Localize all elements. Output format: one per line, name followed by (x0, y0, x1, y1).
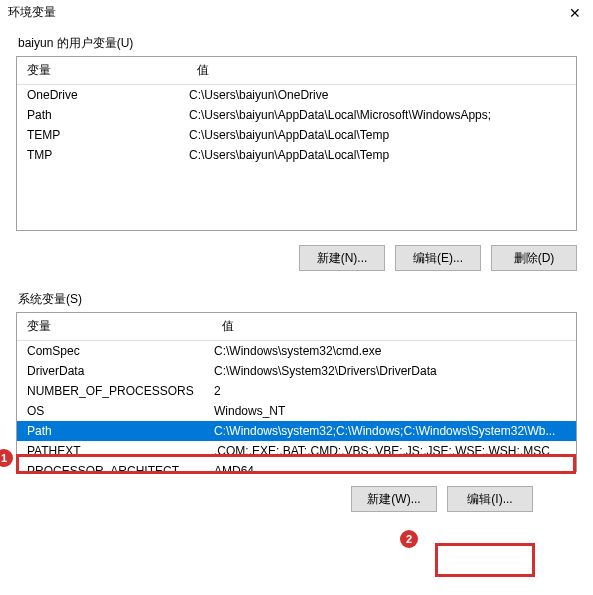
sys-vars-label: 系统变量(S) (0, 285, 593, 312)
cell-value: Windows_NT (212, 403, 576, 419)
user-vars-label: baiyun 的用户变量(U) (0, 29, 593, 56)
cell-value: .COM;.EXE;.BAT;.CMD;.VBS;.VBE;.JS;.JSE;.… (212, 443, 576, 459)
annotation-marker-2: 2 (400, 530, 418, 548)
table-row[interactable]: TEMPC:\Users\baiyun\AppData\Local\Temp (17, 125, 576, 145)
cell-value: C:\Windows\System32\Drivers\DriverData (212, 363, 576, 379)
user-vars-table: 变量 值 OneDriveC:\Users\baiyun\OneDrivePat… (16, 56, 577, 231)
sys-buttons-row: 新建(W)... 编辑(I)... (0, 478, 593, 526)
table-row[interactable]: DriverDataC:\Windows\System32\Drivers\Dr… (17, 361, 576, 381)
titlebar: 环境变量 ✕ (0, 0, 593, 29)
close-icon[interactable]: ✕ (565, 5, 585, 21)
cell-variable: OneDrive (17, 87, 187, 103)
cell-variable: ComSpec (17, 343, 212, 359)
table-row[interactable]: NUMBER_OF_PROCESSORS2 (17, 381, 576, 401)
window-title: 环境变量 (8, 4, 56, 21)
cell-value: C:\Windows\system32\cmd.exe (212, 343, 576, 359)
col-variable[interactable]: 变量 (17, 57, 187, 84)
annotation-box-2 (435, 543, 535, 577)
table-row[interactable]: PROCESSOR_ARCHITECT...AMD64 (17, 461, 576, 472)
user-edit-button[interactable]: 编辑(E)... (395, 245, 481, 271)
user-buttons-row: 新建(N)... 编辑(E)... 删除(D) (0, 237, 593, 285)
col-value[interactable]: 值 (212, 313, 576, 340)
cell-variable: Path (17, 107, 187, 123)
cell-value: 2 (212, 383, 576, 399)
cell-value: C:\Users\baiyun\AppData\Local\Temp (187, 127, 576, 143)
sys-edit-button[interactable]: 编辑(I)... (447, 486, 533, 512)
cell-value: AMD64 (212, 463, 576, 472)
cell-variable: TEMP (17, 127, 187, 143)
table-row[interactable]: ComSpecC:\Windows\system32\cmd.exe (17, 341, 576, 361)
cell-value: C:\Users\baiyun\OneDrive (187, 87, 576, 103)
cell-variable: Path (17, 423, 212, 439)
user-new-button[interactable]: 新建(N)... (299, 245, 385, 271)
cell-variable: TMP (17, 147, 187, 163)
cell-value: C:\Windows\system32;C:\Windows;C:\Window… (212, 423, 576, 439)
cell-variable: NUMBER_OF_PROCESSORS (17, 383, 212, 399)
table-row[interactable]: OSWindows_NT (17, 401, 576, 421)
table-row[interactable]: PATHEXT.COM;.EXE;.BAT;.CMD;.VBS;.VBE;.JS… (17, 441, 576, 461)
table-row[interactable]: PathC:\Users\baiyun\AppData\Local\Micros… (17, 105, 576, 125)
cell-value: C:\Users\baiyun\AppData\Local\Temp (187, 147, 576, 163)
table-row[interactable]: TMPC:\Users\baiyun\AppData\Local\Temp (17, 145, 576, 165)
sys-vars-table: 变量 值 ComSpecC:\Windows\system32\cmd.exeD… (16, 312, 577, 472)
cell-value: C:\Users\baiyun\AppData\Local\Microsoft\… (187, 107, 576, 123)
col-value[interactable]: 值 (187, 57, 576, 84)
table-row[interactable]: PathC:\Windows\system32;C:\Windows;C:\Wi… (17, 421, 576, 441)
table-row[interactable]: OneDriveC:\Users\baiyun\OneDrive (17, 85, 576, 105)
cell-variable: OS (17, 403, 212, 419)
sys-new-button[interactable]: 新建(W)... (351, 486, 437, 512)
cell-variable: DriverData (17, 363, 212, 379)
annotation-marker-1: 1 (0, 449, 13, 467)
table-header: 变量 值 (17, 313, 576, 341)
cell-variable: PROCESSOR_ARCHITECT... (17, 463, 212, 472)
cell-variable: PATHEXT (17, 443, 212, 459)
user-delete-button[interactable]: 删除(D) (491, 245, 577, 271)
col-variable[interactable]: 变量 (17, 313, 212, 340)
table-header: 变量 值 (17, 57, 576, 85)
